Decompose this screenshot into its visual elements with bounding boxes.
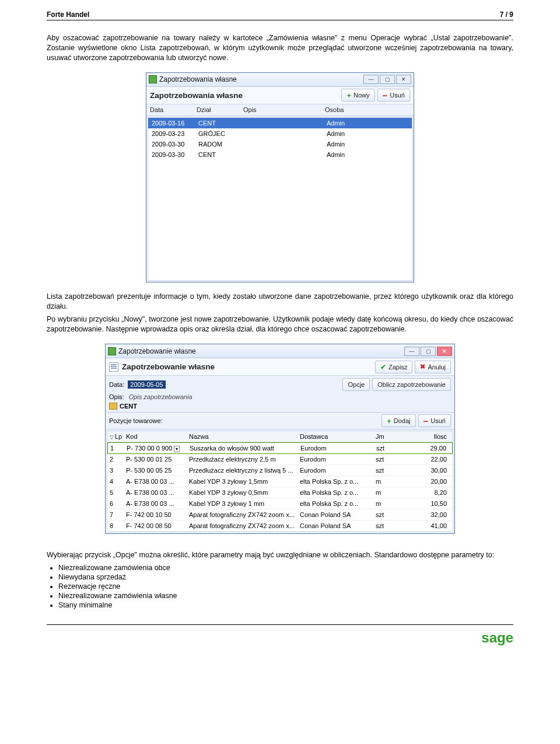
label-data: Data:: [109, 381, 124, 388]
close-button[interactable]: ✕: [437, 347, 452, 356]
grid-row[interactable]: 2P- 530 00 01 25Przedłużacz elektryczny …: [107, 454, 453, 465]
col-nazwa[interactable]: Nazwa: [187, 431, 298, 442]
cell-nazwa: Przedłużacz elektryczny z listwą 5 ...: [187, 465, 298, 476]
cell-ilosc: 22,00: [402, 454, 453, 464]
maximize-button[interactable]: ▢: [421, 347, 436, 356]
col-data[interactable]: Data: [146, 104, 193, 116]
cell-data: 2009-03-30: [148, 149, 195, 160]
grid-row[interactable]: 3P- 530 00 05 25Przedłużacz elektryczny …: [107, 465, 453, 476]
toolbar-title: Zapotrzebowanie własne: [122, 362, 215, 371]
save-button[interactable]: ✔ Zapisz: [375, 361, 412, 373]
date-field[interactable]: 2009-05-05: [128, 380, 165, 389]
cell-opis: [242, 139, 323, 149]
col-dzial[interactable]: Dział: [193, 104, 240, 116]
cell-dostawca: elta Polska Sp. z o...: [298, 476, 373, 487]
grid-row[interactable]: 1P- 730 00 0 900 ▾Suszarka do włosów 900…: [107, 442, 453, 454]
cell-kod: A- E738 00 03 ...: [124, 476, 187, 487]
list-row[interactable]: 2009-03-30CENTAdmin: [148, 149, 412, 160]
col-kod[interactable]: Kod: [124, 431, 187, 442]
cell-nazwa: Kabel YDP 3 żyłowy 1,5mm: [187, 476, 298, 487]
list-row[interactable]: 2009-03-23GRÓJECAdmin: [148, 128, 412, 139]
add-button[interactable]: + Dodaj: [382, 414, 415, 427]
paragraph-3: Po wybraniu przycisku „Nowy", tworzone j…: [47, 315, 513, 334]
cell-jm: m: [373, 498, 402, 509]
cell-nazwa: Aparat fotograficzny ZX742 zoom x...: [187, 509, 298, 520]
cell-dostawca: Eurodom: [298, 443, 374, 453]
cell-dzial: CENT: [195, 149, 242, 160]
new-button[interactable]: + Nowy: [341, 89, 374, 102]
grid-row[interactable]: 6A- E738 00 03 ...Kabel YDP 3 żyłowy 1 m…: [107, 498, 453, 509]
list-body[interactable]: 2009-03-16CENTAdmin2009-03-23GRÓJECAdmin…: [148, 117, 412, 281]
minimize-button[interactable]: —: [363, 75, 379, 84]
toolbar-title: Zapotrzebowania własne: [150, 91, 243, 100]
bullet-item: Niewydana sprzedaż: [58, 573, 513, 581]
grid-row[interactable]: 7F- 742 00 10 50Aparat fotograficzny ZX7…: [107, 509, 453, 521]
cell-osoba: Admin: [323, 128, 412, 139]
page-header: Forte Handel 7 / 9: [47, 11, 513, 20]
cell-jm: m: [373, 476, 402, 487]
cell-dostawca: Conan Poland SA: [298, 521, 373, 531]
cell-ilosc: 29,00: [403, 443, 452, 453]
window-lista-zapotrzebowan: Zapotrzebowania własne — ▢ ✕ Zapotrzebow…: [146, 72, 414, 282]
label-opis: Opis:: [109, 393, 124, 400]
col-jm[interactable]: Jm: [373, 431, 402, 442]
col-ilosc[interactable]: Ilosc: [402, 431, 453, 442]
cell-jm: szt: [373, 454, 402, 464]
cell-kod: P- 530 00 05 25: [124, 465, 187, 476]
cell-nazwa: Aparat fotograficzny ZX742 zoom x...: [187, 521, 298, 531]
cell-ilosc: 41,00: [402, 521, 453, 531]
cell-lp: 8: [107, 521, 124, 531]
cell-lp: 1: [108, 443, 124, 453]
bullet-list: Niezrealizowane zamówienia obceNiewydana…: [58, 564, 513, 609]
cell-ilosc: 20,00: [402, 476, 453, 487]
cell-ilosc: 32,00: [402, 509, 453, 520]
cell-dostawca: elta Polska Sp. z o...: [298, 487, 373, 498]
bullet-item: Niezrealizowane zamówienia obce: [58, 564, 513, 572]
cell-opis: [242, 118, 323, 128]
col-dostawca[interactable]: Dostawca: [298, 431, 373, 442]
cell-lp: 3: [107, 465, 124, 476]
cell-kod: P- 530 00 01 25: [124, 454, 187, 464]
dept-icon: [109, 403, 117, 410]
paragraph-4: Wybierając przycisk „Opcje" można określ…: [47, 550, 513, 560]
grid-row[interactable]: 5A- E738 00 03 ...Kabel YDP 3 żyłowy 0,5…: [107, 487, 453, 498]
delete-button[interactable]: − Usuń: [418, 414, 451, 427]
cell-osoba: Admin: [323, 118, 412, 128]
col-opis[interactable]: Opis: [240, 104, 321, 116]
grid-row[interactable]: 8F- 742 00 08 50Aparat fotograficzny ZX7…: [107, 521, 453, 532]
cell-nazwa: Kabel YDP 3 żyłowy 0,5mm: [187, 487, 298, 498]
minus-icon: −: [424, 418, 429, 424]
minus-icon: −: [383, 92, 388, 99]
cell-nazwa: Przedłużacz elektryczny 2,5 m: [187, 454, 298, 464]
list-row[interactable]: 2009-03-16CENTAdmin: [148, 118, 412, 128]
dept-value[interactable]: CENT: [120, 403, 137, 410]
grid-row[interactable]: 4A- E738 00 03 ...Kabel YDP 3 żyłowy 1,5…: [107, 476, 453, 487]
close-button[interactable]: ✕: [396, 75, 411, 84]
cell-jm: m: [373, 487, 402, 498]
cell-ilosc: 8,20: [402, 487, 453, 498]
col-osoba[interactable]: Osoba: [321, 104, 414, 116]
titlebar: Zapotrzebowania własne — ▢ ✕: [146, 73, 414, 87]
x-icon: ✖: [420, 363, 425, 371]
cell-osoba: Admin: [323, 139, 412, 149]
list-row[interactable]: 2009-03-30RADOMAdmin: [148, 139, 412, 149]
cancel-button[interactable]: ✖ Anuluj: [415, 361, 451, 373]
cell-lp: 4: [107, 476, 124, 487]
section-title: Pozycje towarowe:: [109, 417, 163, 424]
cell-osoba: Admin: [323, 149, 412, 160]
cell-kod: F- 742 00 10 50: [124, 509, 187, 520]
opcje-button[interactable]: Opcje: [342, 378, 370, 391]
col-lp[interactable]: ▽Lp: [107, 431, 124, 442]
maximize-button[interactable]: ▢: [380, 75, 395, 84]
minimize-button[interactable]: —: [404, 347, 419, 356]
doc-title: Forte Handel: [47, 11, 89, 19]
delete-button[interactable]: − Usuń: [377, 89, 410, 102]
opis-value[interactable]: Opis zapotrzebowania: [129, 393, 192, 400]
list-columns: Data Dział Opis Osoba: [146, 104, 414, 116]
cell-kod: A- E738 00 03 ...: [124, 487, 187, 498]
toolbar: Zapotrzebowanie własne ✔ Zapisz ✖ Anuluj: [106, 358, 454, 376]
cell-data: 2009-03-16: [148, 118, 195, 128]
oblicz-button[interactable]: Oblicz zapotrzebowanie: [372, 378, 451, 391]
dropdown-icon[interactable]: ▾: [174, 446, 180, 452]
plus-icon: +: [346, 92, 351, 99]
